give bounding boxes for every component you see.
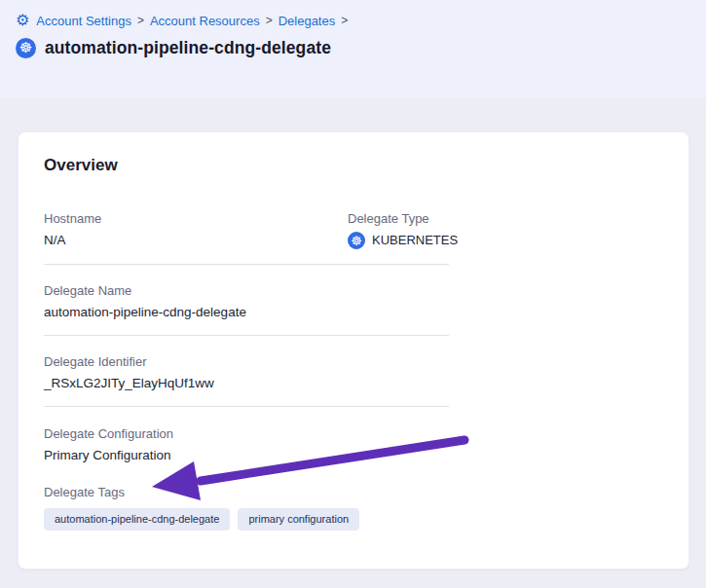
breadcrumb-separator: > xyxy=(137,14,144,27)
hostname-label: Hostname xyxy=(44,211,348,227)
delegate-identifier-label: Delegate Identifier xyxy=(44,354,663,370)
kubernetes-icon: ☸ xyxy=(16,38,36,58)
breadcrumb-separator: > xyxy=(266,14,273,27)
kubernetes-icon: ☸ xyxy=(348,232,365,249)
delegate-tags-field: Delegate Tags automation-pipeline-cdng-d… xyxy=(44,485,663,531)
delegate-name-field: Delegate Name automation-pipeline-cdng-d… xyxy=(44,283,663,320)
tag-chip: primary configuration xyxy=(238,508,359,531)
delegate-type-field: Delegate Type ☸ KUBERNETES xyxy=(348,211,458,249)
overview-card: Overview Hostname N/A Delegate Type ☸ KU… xyxy=(18,131,689,570)
hostname-value: N/A xyxy=(44,232,348,248)
divider xyxy=(44,264,449,265)
delegate-tags-label: Delegate Tags xyxy=(44,485,663,500)
breadcrumb: ⚙ Account Settings > Account Resources >… xyxy=(16,13,348,28)
delegate-configuration-value: Primary Configuration xyxy=(44,447,663,463)
delegate-tags-list: automation-pipeline-cdng-delegate primar… xyxy=(44,508,663,531)
hostname-type-row: Hostname N/A Delegate Type ☸ KUBERNETES xyxy=(44,211,663,249)
breadcrumb-account-resources[interactable]: Account Resources xyxy=(150,14,260,28)
overview-heading: Overview xyxy=(44,156,663,175)
hostname-field: Hostname N/A xyxy=(44,211,348,249)
delegate-name-label: Delegate Name xyxy=(44,283,663,299)
header-band: ⚙ Account Settings > Account Resources >… xyxy=(0,0,706,98)
delegate-identifier-field: Delegate Identifier _RSxLG2JITy_ElayHqUf… xyxy=(44,354,663,391)
delegate-type-label: Delegate Type xyxy=(348,211,458,227)
breadcrumb-separator: > xyxy=(341,14,348,27)
delegate-type-value: KUBERNETES xyxy=(372,232,458,249)
page-title: automation-pipeline-cdng-delegate xyxy=(45,38,331,58)
tag-chip: automation-pipeline-cdng-delegate xyxy=(44,508,230,531)
divider xyxy=(44,406,449,407)
delegate-configuration-label: Delegate Configuration xyxy=(44,426,663,442)
breadcrumb-account-settings[interactable]: Account Settings xyxy=(36,14,131,28)
gear-icon: ⚙ xyxy=(16,13,29,28)
delegate-identifier-value: _RSxLG2JITy_ElayHqUf1ww xyxy=(44,375,663,391)
divider xyxy=(44,335,449,336)
delegate-name-value: automation-pipeline-cdng-delegate xyxy=(44,304,663,320)
breadcrumb-delegates[interactable]: Delegates xyxy=(279,14,336,28)
delegate-configuration-field: Delegate Configuration Primary Configura… xyxy=(44,426,663,463)
page-title-row: ☸ automation-pipeline-cdng-delegate xyxy=(16,38,331,58)
